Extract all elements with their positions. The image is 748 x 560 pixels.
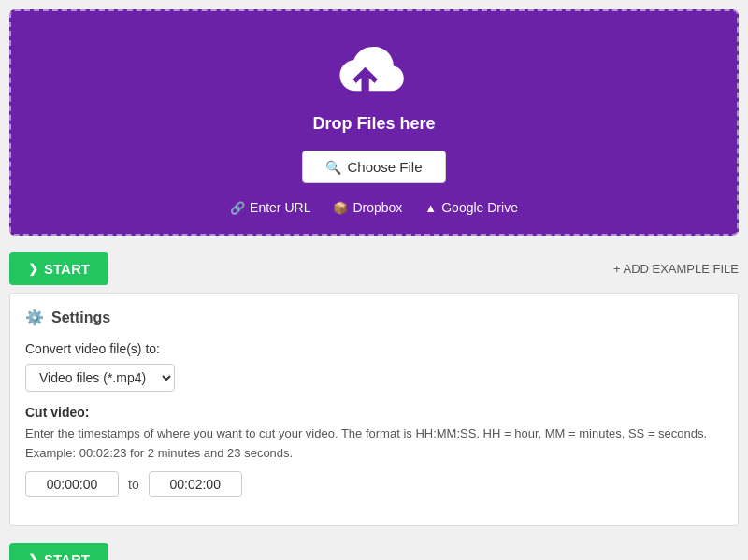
bottom-start-label: START <box>44 552 90 560</box>
convert-label: Convert video file(s) to: <box>25 341 723 356</box>
drive-icon: ▲ <box>424 201 437 215</box>
drop-links: 🔗 Enter URL 📦 Dropbox ▲ Google Drive <box>230 200 518 215</box>
add-example-link[interactable]: + ADD EXAMPLE FILE <box>613 262 739 276</box>
cut-video-description: Enter the timestamps of where you want t… <box>25 425 723 442</box>
time-range: to <box>25 471 723 497</box>
cut-video-example: Example: 00:02:23 for 2 minutes and 23 s… <box>25 446 723 460</box>
chevron-right-icon: ❯ <box>28 262 38 276</box>
time-separator: to <box>128 477 139 492</box>
drop-text: Drop Files here <box>312 114 435 134</box>
gear-icon: ⚙️ <box>25 309 44 326</box>
convert-section: Convert video file(s) to: Video files (*… <box>25 341 723 392</box>
search-icon: 🔍 <box>325 160 341 175</box>
settings-title: ⚙️ Settings <box>25 309 723 326</box>
choose-file-button[interactable]: 🔍 Choose File <box>302 151 445 183</box>
start-time-input[interactable] <box>25 471 119 497</box>
google-drive-link[interactable]: ▲ Google Drive <box>424 200 518 215</box>
settings-panel: ⚙️ Settings Convert video file(s) to: Vi… <box>9 293 739 526</box>
dropbox-link[interactable]: 📦 Dropbox <box>333 200 402 215</box>
end-time-input[interactable] <box>149 471 242 497</box>
link-icon: 🔗 <box>230 201 245 215</box>
dropbox-icon: 📦 <box>333 201 348 215</box>
choose-file-label: Choose File <box>347 159 422 175</box>
bottom-start-button[interactable]: ❯ START <box>9 543 108 560</box>
enter-url-link[interactable]: 🔗 Enter URL <box>230 200 310 215</box>
action-bar: ❯ START + ADD EXAMPLE FILE <box>0 245 748 293</box>
add-example-label: + ADD EXAMPLE FILE <box>613 262 739 276</box>
cut-video-title: Cut video: <box>25 405 723 420</box>
drop-zone[interactable]: Drop Files here 🔍 Choose File 🔗 Enter UR… <box>9 9 739 236</box>
start-label: START <box>44 261 90 277</box>
format-select[interactable]: Video files (*.mp4) Video files (*.avi) … <box>25 364 175 392</box>
bottom-action-bar: ❯ START <box>0 536 748 560</box>
upload-cloud-icon-2 <box>335 39 414 105</box>
cut-video-section: Cut video: Enter the timestamps of where… <box>25 405 723 497</box>
bottom-chevron-right-icon: ❯ <box>28 553 38 560</box>
start-button[interactable]: ❯ START <box>9 252 108 285</box>
